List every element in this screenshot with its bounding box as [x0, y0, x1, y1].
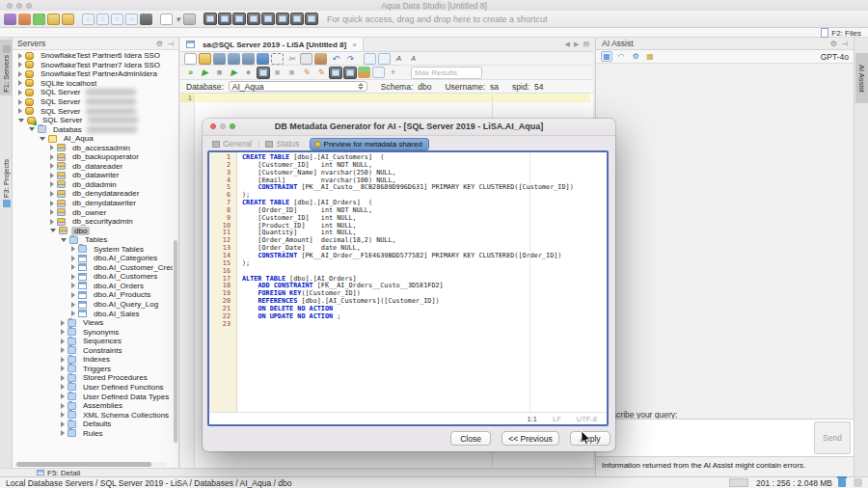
line-ending[interactable]: LF [553, 415, 561, 423]
record-icon[interactable]: ● [242, 67, 255, 78]
window-layout-5-icon[interactable] [261, 13, 275, 25]
ai-model-label[interactable]: GPT-4o [821, 52, 849, 62]
window-layout-4-icon[interactable] [247, 13, 260, 25]
tree-item-db-denydatawriter[interactable]: db_denydatawriter [13, 199, 173, 208]
collapsed-chevron-icon[interactable] [18, 90, 22, 95]
collapsed-chevron-icon[interactable] [61, 384, 65, 390]
collapsed-chevron-icon[interactable] [61, 329, 65, 335]
collapsed-chevron-icon[interactable] [61, 375, 65, 381]
close-tab-icon[interactable]: × [352, 41, 357, 49]
collapsed-chevron-icon[interactable] [61, 403, 65, 409]
expanded-chevron-icon[interactable] [40, 137, 45, 141]
copy-icon[interactable] [300, 53, 312, 65]
encoding[interactable]: UTF-8 [577, 415, 597, 423]
new-document-icon[interactable] [160, 14, 173, 25]
chat-history-icon[interactable]: ◠ [615, 51, 627, 62]
tree-item-user-defined-data-types[interactable]: User Defined Data Types [13, 392, 173, 401]
garbage-collect-icon[interactable] [838, 478, 846, 487]
collapsed-chevron-icon[interactable] [50, 173, 54, 178]
tab-preview-metadata[interactable]: Preview for metadata shared [310, 138, 429, 150]
tree-item-db-backupoperator[interactable]: db_backupoperator [13, 152, 173, 162]
window-layout-8-icon[interactable] [305, 13, 318, 25]
tree-item-sqlite-localhost[interactable]: SQLite localhost [13, 79, 173, 89]
collapsed-chevron-icon[interactable] [61, 430, 65, 436]
scroll-tabs-right-icon[interactable]: ▶ [574, 41, 579, 48]
tree-item-db-securityadmin[interactable]: db_securityadmin [13, 217, 173, 227]
redo-icon[interactable]: ↷ [343, 53, 356, 65]
tree-item-indexes[interactable]: Indexes [13, 355, 173, 365]
collapsed-chevron-icon[interactable] [61, 412, 65, 418]
expanded-chevron-icon[interactable] [29, 127, 35, 131]
tree-item-sequences[interactable]: Sequences [13, 337, 173, 346]
tree-item-xml-schema-collections[interactable]: XML Schema Collections [13, 410, 173, 420]
query-builder-icon[interactable]: ◌ [96, 14, 109, 25]
panel-settings-gear-icon[interactable]: ⚙ [156, 40, 163, 48]
prompt-library-icon[interactable]: ▦ [644, 51, 656, 62]
cut-icon[interactable]: ✂ [285, 53, 298, 65]
tree-item-rules[interactable]: Rules [13, 428, 173, 438]
collapsed-chevron-icon[interactable] [71, 274, 75, 280]
collapsed-chevron-icon[interactable] [50, 209, 54, 215]
format-sql-icon[interactable]: ✎ [314, 67, 327, 78]
tree-item-db-denydatareader[interactable]: db_denydatareader [13, 189, 173, 199]
collapsed-chevron-icon[interactable] [50, 181, 54, 187]
results-text-icon[interactable] [343, 67, 357, 79]
tree-item-dbo-ai-products[interactable]: dbo.AI_Products [13, 290, 173, 300]
collapsed-chevron-icon[interactable] [61, 339, 65, 344]
collapsed-chevron-icon[interactable] [71, 246, 75, 252]
open-folder-purple-icon[interactable] [47, 14, 60, 25]
collapsed-chevron-icon[interactable] [50, 191, 54, 197]
toggle-results-pane-icon[interactable] [257, 67, 270, 79]
open-file-icon[interactable] [199, 53, 211, 65]
tree-item-dbo-ai-orders[interactable]: dbo.AI_Orders [13, 282, 173, 291]
editor-tab[interactable]: sa@SQL Server 2019 - LiSA [Untitled 8] × [180, 38, 364, 51]
tree-item-databas[interactable]: Databas [13, 124, 173, 134]
open-folder-red-icon[interactable] [62, 14, 74, 25]
tree-horizontal-scrollbar[interactable] [14, 462, 167, 467]
schema-search-icon[interactable]: ◌ [125, 14, 138, 25]
previous-button[interactable]: << Previous [502, 431, 559, 446]
tree-item-snowflaketest-partner6-idera-sso[interactable]: SnowflakeTest Partner6 Idera SSO [13, 51, 173, 61]
collapsed-chevron-icon[interactable] [61, 320, 65, 326]
new-chat-icon[interactable]: ▦ [601, 51, 612, 62]
window-layout-2-icon[interactable] [218, 13, 231, 25]
save-icon[interactable] [213, 53, 226, 65]
tree-item-synonyms[interactable]: Synonyms [13, 327, 173, 337]
tree-item-db-datareader[interactable]: db_datareader [13, 162, 173, 172]
panel-pin-icon[interactable]: ⊣ [167, 40, 174, 48]
tree-item-sql-server[interactable]: SQL Server [13, 97, 173, 107]
execute-all-icon[interactable]: » [184, 67, 197, 78]
query-input-area[interactable]: Send [596, 419, 854, 457]
execute-edit-icon[interactable]: ▶ [228, 67, 240, 78]
tab-list-icon[interactable]: ▤ [583, 41, 589, 48]
chart-icon[interactable] [358, 67, 370, 78]
window-layout-7-icon[interactable] [290, 13, 304, 25]
query-analyzer-icon[interactable]: ◌ [82, 14, 95, 25]
save-all-icon[interactable] [242, 53, 255, 65]
close-button[interactable]: Close [450, 431, 491, 446]
execute-icon[interactable]: ▶ [199, 67, 211, 78]
window-layout-1-icon[interactable] [203, 13, 217, 25]
cancel-icon[interactable]: ■ [285, 67, 298, 78]
tree-item-sql-server[interactable]: SQL Server [13, 116, 173, 125]
stop-icon[interactable]: ■ [213, 67, 226, 78]
tree-item-dbo-ai-categories[interactable]: dbo.AI_Categories [13, 254, 173, 263]
collapsed-chevron-icon[interactable] [71, 292, 75, 298]
results-grid-icon[interactable] [329, 67, 342, 79]
collapsed-chevron-icon[interactable] [61, 366, 65, 371]
collapsed-chevron-icon[interactable] [50, 219, 54, 225]
collapsed-chevron-icon[interactable] [18, 99, 22, 105]
collapsed-chevron-icon[interactable] [71, 283, 75, 288]
tree-item-db-accessadmin[interactable]: db_accessadmin [13, 143, 173, 152]
window-layout-6-icon[interactable] [276, 13, 289, 25]
pause-icon[interactable]: ■ [271, 67, 284, 78]
expanded-chevron-icon[interactable] [50, 229, 56, 232]
save-as-icon[interactable] [228, 53, 240, 65]
collapsed-chevron-icon[interactable] [18, 80, 22, 86]
new-document-dropdown-icon[interactable]: ▾ [175, 14, 181, 25]
max-results-input[interactable] [411, 67, 482, 79]
tab-status[interactable]: Status [265, 139, 299, 149]
scroll-tabs-left-icon[interactable]: ◀ [565, 41, 570, 48]
send-button[interactable]: Send [814, 421, 851, 454]
ai-settings-gear-icon[interactable]: ⚙ [630, 51, 641, 62]
